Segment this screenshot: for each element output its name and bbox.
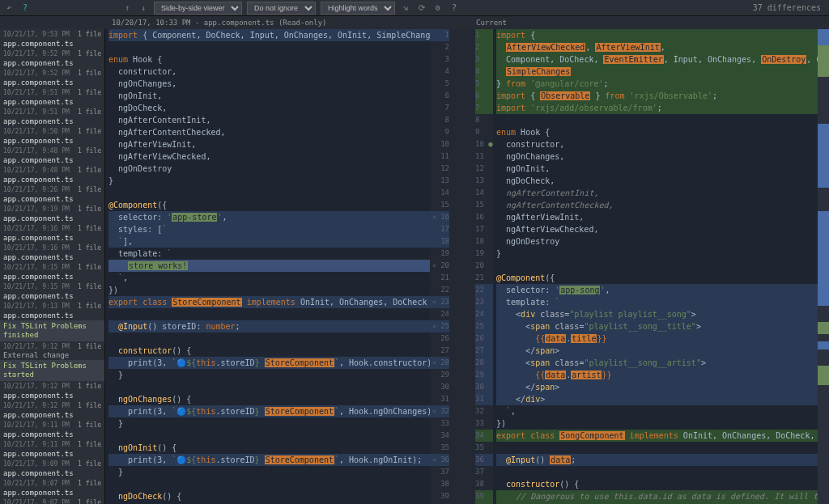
code-line[interactable]: print(3, `🔵${this.storeID} StoreComponen… <box>108 405 430 417</box>
history-item[interactable]: 10/21/17, 9:16 PM1 file <box>0 243 104 252</box>
code-line[interactable]: SimpleChanges <box>496 66 818 78</box>
code-line[interactable]: ngAfterViewChecked, <box>108 150 430 163</box>
history-file[interactable]: app.component.ts <box>0 272 104 282</box>
code-line[interactable]: ngAfterViewChecked, <box>496 223 818 235</box>
code-line[interactable]: ngOnChanges, <box>496 150 818 163</box>
history-sidebar[interactable]: 10/21/17, 9:53 PM1 fileapp.component.ts1… <box>0 29 105 504</box>
code-line[interactable]: `, <box>496 405 818 417</box>
history-file[interactable]: app.component.ts <box>0 468 104 478</box>
minimap-chunk[interactable] <box>818 306 829 322</box>
history-item[interactable]: 10/21/17, 9:51 PM1 file <box>0 87 104 97</box>
code-line[interactable] <box>496 114 818 126</box>
code-line[interactable]: </span> <box>496 381 818 393</box>
code-line[interactable] <box>108 381 430 393</box>
collapse-icon[interactable]: ⇲ <box>400 2 411 14</box>
code-line[interactable] <box>496 260 818 272</box>
code-line[interactable]: ngAfterContentChecked, <box>496 199 818 211</box>
code-line[interactable]: ngAfterViewInit, <box>108 138 430 150</box>
history-item[interactable]: 10/21/17, 9:15 PM1 file <box>0 262 104 272</box>
code-line[interactable]: </span> <box>496 345 818 357</box>
code-line[interactable]: } <box>108 175 430 187</box>
history-file[interactable]: app.component.ts <box>0 410 104 420</box>
history-item[interactable]: 10/21/17, 9:52 PM1 file <box>0 68 104 78</box>
viewer-mode-select[interactable]: Side-by-side viewer <box>154 2 242 15</box>
code-line[interactable]: {{data.title}} <box>496 332 818 345</box>
history-file[interactable]: app.component.ts <box>0 116 104 126</box>
code-line[interactable]: }) <box>108 284 430 296</box>
code-line[interactable]: enum Hook { <box>108 53 430 66</box>
help-icon[interactable]: ? <box>19 2 31 14</box>
history-item[interactable]: 10/21/17, 9:07 PM1 file <box>0 498 104 504</box>
code-line[interactable]: ngOnChanges() { <box>108 393 430 405</box>
history-item[interactable]: 10/21/17, 9:52 PM1 file <box>0 49 104 58</box>
code-line[interactable]: ngAfterContentInit, <box>496 187 818 199</box>
code-line[interactable]: <div class="playlist playlist__song"> <box>496 308 818 320</box>
code-line[interactable]: selector: 'app-song', <box>496 284 818 296</box>
minimap-chunk[interactable] <box>818 322 829 334</box>
minimap-chunk[interactable] <box>818 77 829 125</box>
history-item[interactable]: 10/21/17, 9:26 PM1 file <box>0 184 104 194</box>
highlight-mode-select[interactable]: Highlight words <box>321 2 395 15</box>
minimap-chunk[interactable] <box>818 366 829 385</box>
minimap-chunk[interactable] <box>818 211 829 306</box>
code-line[interactable]: export class StoreComponent implements O… <box>108 296 430 308</box>
code-line[interactable]: ngAfterContentChecked, <box>108 126 430 138</box>
history-file[interactable]: app.component.ts <box>0 391 104 400</box>
code-line[interactable]: constructor, <box>496 138 818 150</box>
history-item[interactable]: 10/21/17, 9:12 PM1 file <box>0 341 104 351</box>
code-line[interactable]: ngOnDestroy <box>108 163 430 175</box>
code-line[interactable]: ngOnInit, <box>108 90 430 102</box>
history-file[interactable]: app.component.ts <box>0 78 104 87</box>
sync-icon[interactable]: ⟳ <box>416 2 427 14</box>
code-line[interactable]: @Component({ <box>496 272 818 284</box>
history-item[interactable]: 10/21/17, 9:07 PM1 file <box>0 478 104 488</box>
code-line[interactable] <box>108 332 430 345</box>
code-line[interactable]: @Input() data; <box>496 454 818 466</box>
history-file[interactable]: app.component.ts <box>0 39 104 49</box>
history-marker[interactable]: Fix TSLint Problems started <box>0 360 104 381</box>
code-line[interactable]: template: ` <box>496 296 818 308</box>
code-line[interactable]: ngDoCheck, <box>496 175 818 187</box>
code-line[interactable]: ngAfterViewInit, <box>496 211 818 223</box>
code-line[interactable]: enum Hook { <box>496 126 818 138</box>
code-line[interactable]: ngOnInit, <box>496 163 818 175</box>
code-line[interactable] <box>108 478 430 490</box>
code-line[interactable]: ngOnInit() { <box>108 442 430 454</box>
code-line[interactable] <box>496 466 818 478</box>
minimap-chunk[interactable] <box>818 341 829 349</box>
history-file[interactable]: app.component.ts <box>0 233 104 243</box>
code-line[interactable]: <span class="playlist__song__artist"> <box>496 357 818 369</box>
history-file[interactable]: app.component.ts <box>0 488 104 498</box>
code-line[interactable]: }) <box>496 417 818 430</box>
left-editor[interactable]: import { Component, DoCheck, Input, OnCh… <box>105 29 453 504</box>
code-line[interactable]: } <box>108 369 430 381</box>
code-line[interactable]: @Component({ <box>108 199 430 211</box>
history-file[interactable]: app.component.ts <box>0 155 104 165</box>
history-item[interactable]: 10/21/17, 9:11 PM1 file <box>0 439 104 449</box>
history-file[interactable]: app.component.ts <box>0 430 104 439</box>
code-line[interactable]: AfterViewChecked, AfterViewInit, <box>496 41 818 53</box>
code-line[interactable]: } <box>108 466 430 478</box>
code-line[interactable]: </div> <box>496 393 818 405</box>
minimap-chunk[interactable] <box>818 45 829 77</box>
code-line[interactable] <box>496 442 818 454</box>
code-line[interactable]: Component, DoCheck, EventEmitter, Input,… <box>496 53 818 66</box>
history-file[interactable]: app.component.ts <box>0 58 104 68</box>
code-line[interactable]: <span class="playlist__song__title"> <box>496 320 818 332</box>
code-line[interactable]: `, <box>108 272 430 284</box>
history-file[interactable]: app.component.ts <box>0 97 104 107</box>
history-item[interactable]: 10/21/17, 9:11 PM1 file <box>0 420 104 430</box>
code-line[interactable]: import { <box>496 29 818 41</box>
history-file[interactable]: app.component.ts <box>0 291 104 301</box>
history-marker[interactable]: Fix TSLint Problems finished <box>0 320 104 341</box>
back-icon[interactable]: ↶ <box>3 2 15 14</box>
history-item[interactable]: 10/21/17, 9:51 PM1 file <box>0 107 104 116</box>
code-line[interactable]: ngDoCheck() { <box>108 490 430 502</box>
code-line[interactable]: print(3, `🔵${this.storeID} StoreComponen… <box>108 454 430 466</box>
code-line[interactable] <box>108 430 430 442</box>
next-diff-icon[interactable]: ↓ <box>138 2 149 14</box>
code-line[interactable]: ngOnDestroy <box>496 235 818 248</box>
code-line[interactable]: import 'rxjs/add/observable/from'; <box>496 102 818 114</box>
diff-minimap[interactable] <box>818 29 829 504</box>
history-file[interactable]: app.component.ts <box>0 136 104 146</box>
